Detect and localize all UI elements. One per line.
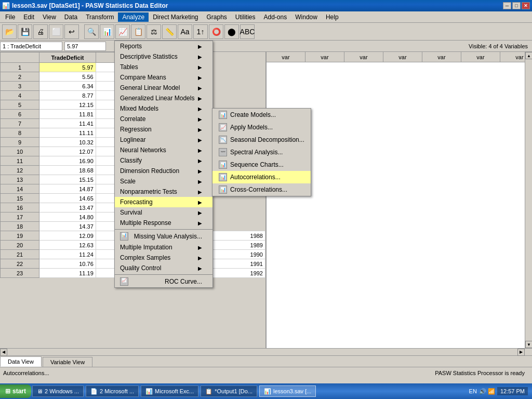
cell-trade-deficit[interactable]: 13.47 <box>39 203 96 212</box>
menu-graphs[interactable]: Graphs <box>202 12 231 22</box>
menu-window[interactable]: Window <box>291 12 322 22</box>
cell-trade-deficit[interactable]: 11.24 <box>39 250 96 259</box>
cell-trade-deficit[interactable]: 5.97 <box>39 63 96 72</box>
maximize-button[interactable]: □ <box>512 2 521 9</box>
tab-data-view[interactable]: Data View <box>0 356 42 367</box>
cell-trade-deficit[interactable]: 10.32 <box>39 138 96 147</box>
cell-trade-deficit[interactable]: 5.56 <box>39 72 96 82</box>
menu-item-correlate[interactable]: Correlate ▶ <box>115 114 212 124</box>
menu-file[interactable]: File <box>1 12 19 22</box>
submenu-create-models[interactable]: 📊 Create Models... <box>212 109 311 121</box>
chart10-button[interactable]: ABC <box>240 24 255 39</box>
menu-item-nonparam[interactable]: Nonparametric Tests ▶ <box>115 187 212 197</box>
menu-item-neural[interactable]: Neural Networks ▶ <box>115 145 212 155</box>
cell-extra2[interactable]: 1992 <box>209 269 265 278</box>
submenu-apply-models[interactable]: 📈 Apply Models... <box>212 121 311 134</box>
submenu-spectral[interactable]: 〰 Spectral Analysis... <box>212 146 311 158</box>
menu-item-tables[interactable]: Tables ▶ <box>115 62 212 72</box>
title-bar: 📊 lesson3.sav [DataSet1] - PASW Statisti… <box>0 0 532 11</box>
menu-direct-marketing[interactable]: Direct Marketing <box>149 12 202 22</box>
menu-item-missing[interactable]: 📊 Missing Value Analysis... <box>115 231 212 242</box>
cell-trade-deficit[interactable]: 11.81 <box>39 110 96 119</box>
tab-variable-view[interactable]: Variable View <box>43 357 92 367</box>
taskbar-item-3[interactable]: 📋 *Output1 [Do... <box>201 385 257 397</box>
taskbar-item-0[interactable]: 🖥 2 Windows ... <box>32 385 84 397</box>
cell-trade-deficit[interactable]: 11.41 <box>39 119 96 128</box>
cell-trade-deficit[interactable]: 14.37 <box>39 222 96 231</box>
cell-trade-deficit[interactable]: 14.65 <box>39 194 96 203</box>
cell-trade-deficit[interactable]: 16.90 <box>39 156 96 166</box>
undo-button[interactable]: ↩ <box>64 24 79 39</box>
cell-trade-deficit[interactable]: 12.07 <box>39 147 96 156</box>
chart8-button[interactable]: ⭕ <box>209 24 223 39</box>
menu-item-roc[interactable]: 📈 ROC Curve... <box>115 276 212 287</box>
menu-item-multi-resp[interactable]: Multiple Response ▶ <box>115 218 212 228</box>
cell-trade-deficit[interactable]: 12.15 <box>39 100 96 110</box>
menu-item-scale[interactable]: Scale ▶ <box>115 176 212 187</box>
menu-analyze[interactable]: Analyze <box>118 12 149 22</box>
cell-trade-deficit[interactable]: 18.68 <box>39 166 96 175</box>
close-button[interactable]: ✕ <box>522 2 530 9</box>
taskbar-item-1[interactable]: 📄 2 Microsoft ... <box>86 385 139 397</box>
cell-trade-deficit[interactable]: 12.63 <box>39 241 96 250</box>
minimize-button[interactable]: ─ <box>503 2 511 9</box>
menu-edit[interactable]: Edit <box>19 12 38 22</box>
submenu-seasonal[interactable]: 📉 Seasonal Decomposition... <box>212 134 311 146</box>
chart7-button[interactable]: 1↑ <box>193 24 208 39</box>
cell-trade-deficit[interactable]: 11.11 <box>39 128 96 138</box>
cell-trade-deficit[interactable]: 11.19 <box>39 269 96 278</box>
cell-trade-deficit[interactable]: 15.15 <box>39 175 96 184</box>
menu-transform[interactable]: Transform <box>82 12 118 22</box>
menu-item-reports[interactable]: Reports ▶ <box>115 41 212 51</box>
horizontal-scrollbar[interactable]: ◀ ▶ <box>0 348 532 355</box>
submenu-autocorr[interactable]: 📊 Autocorrelations... <box>212 171 311 183</box>
chart3-button[interactable]: 📋 <box>131 24 145 39</box>
submenu-sequence[interactable]: 📊 Sequence Charts... <box>212 158 311 171</box>
menu-item-mixed[interactable]: Mixed Models ▶ <box>115 103 212 114</box>
chart6-button[interactable]: Aa <box>178 24 192 39</box>
submenu-cross-corr[interactable]: 📊 Cross-Correlations... <box>212 183 311 196</box>
cell-trade-deficit[interactable]: 10.76 <box>39 259 96 269</box>
menu-view[interactable]: View <box>38 12 60 22</box>
menu-item-loglinear[interactable]: Loglinear ▶ <box>115 135 212 145</box>
cell-trade-deficit[interactable]: 6.34 <box>39 82 96 91</box>
menu-item-multi-imp[interactable]: Multiple Imputation ▶ <box>115 242 212 252</box>
menu-item-compare-means[interactable]: Compare Means ▶ <box>115 72 212 83</box>
chart1-button[interactable]: 📊 <box>100 24 114 39</box>
menu-utilities[interactable]: Utilities <box>231 12 260 22</box>
cell-trade-deficit[interactable]: 12.09 <box>39 231 96 241</box>
cell-trade-deficit[interactable]: 8.77 <box>39 91 96 100</box>
cell-trade-deficit[interactable]: 14.80 <box>39 212 96 222</box>
taskbar-item-4[interactable]: 📊 lesson3.sav [... <box>259 385 316 397</box>
menu-item-survival[interactable]: Survival ▶ <box>115 207 212 218</box>
chart5-button[interactable]: 📏 <box>162 24 177 39</box>
save-button[interactable]: 💾 <box>18 24 32 39</box>
chart9-button[interactable]: ⬤ <box>224 24 239 39</box>
print-button[interactable]: 🖨 <box>33 24 48 39</box>
menu-item-glm[interactable]: General Linear Model ▶ <box>115 83 212 93</box>
open-button[interactable]: 📂 <box>2 24 17 39</box>
cell-extra2[interactable]: 1989 <box>209 241 265 250</box>
find-button[interactable]: 🔍 <box>84 24 99 39</box>
cell-extra2[interactable]: 1991 <box>209 259 265 269</box>
menu-item-complex[interactable]: Complex Samples ▶ <box>115 252 212 263</box>
menu-data[interactable]: Data <box>60 12 82 22</box>
menu-addons[interactable]: Add-ons <box>260 12 291 22</box>
menu-item-quality[interactable]: Quality Control ▶ <box>115 263 212 273</box>
menu-item-gen-lm[interactable]: Generalized Linear Models ▶ <box>115 93 212 103</box>
cell-extra2[interactable]: 1990 <box>209 250 265 259</box>
recall-button[interactable]: ⬜ <box>49 24 63 39</box>
vertical-scrollbar[interactable]: ▲ ▼ <box>525 52 532 348</box>
cell-extra2[interactable]: 1988 <box>209 231 265 241</box>
menu-help[interactable]: Help <box>322 12 343 22</box>
menu-item-dim-reduction[interactable]: Dimension Reduction ▶ <box>115 166 212 176</box>
menu-item-classify[interactable]: Classify ▶ <box>115 155 212 166</box>
cell-trade-deficit[interactable]: 14.87 <box>39 184 96 194</box>
taskbar-item-2[interactable]: 📊 Microsoft Exc... <box>141 385 198 397</box>
menu-item-desc-stats[interactable]: Descriptive Statistics ▶ <box>115 51 212 62</box>
chart2-button[interactable]: 📈 <box>115 24 130 39</box>
menu-item-regression[interactable]: Regression ▶ <box>115 124 212 135</box>
start-button[interactable]: ⊞ start <box>0 384 31 398</box>
menu-item-forecasting[interactable]: Forecasting ▶ <box>115 197 212 207</box>
chart4-button[interactable]: ⚖ <box>147 24 161 39</box>
